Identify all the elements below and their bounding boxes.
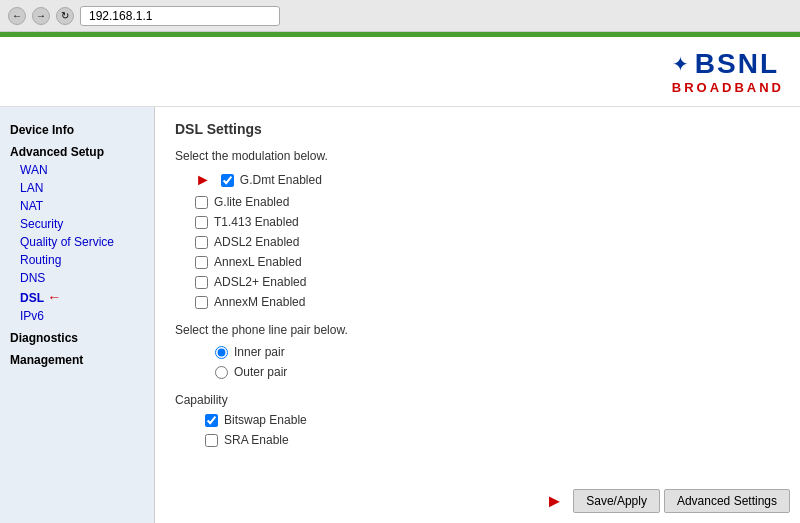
sra-label: SRA Enable (224, 433, 289, 447)
capability-section: Capability Bitswap Enable SRA Enable (175, 393, 780, 447)
annexl-checkbox[interactable] (195, 256, 208, 269)
adsl2plus-label: ADSL2+ Enabled (214, 275, 306, 289)
save-arrow-icon: ► (545, 491, 563, 512)
page-title: DSL Settings (175, 121, 780, 137)
bitswap-checkbox[interactable] (205, 414, 218, 427)
adsl2plus-checkbox[interactable] (195, 276, 208, 289)
sidebar-item-lan[interactable]: LAN (0, 179, 154, 197)
outer-pair-radio[interactable] (215, 366, 228, 379)
broadband-text: BROADBAND (672, 80, 784, 95)
bsnl-icon: ✦ (672, 52, 689, 76)
annexm-checkbox[interactable] (195, 296, 208, 309)
sidebar-item-ipv6[interactable]: IPv6 (0, 307, 154, 325)
bsnl-logo: ✦ BSNL BROADBAND (672, 48, 784, 95)
header: ✦ BSNL BROADBAND (0, 37, 800, 107)
dsl-arrow-icon: ← (47, 289, 61, 305)
forward-button[interactable]: → (32, 7, 50, 25)
annexm-label: AnnexM Enabled (214, 295, 305, 309)
sidebar-item-nat[interactable]: NAT (0, 197, 154, 215)
checkbox-row-glite: G.lite Enabled (175, 195, 780, 209)
glite-label: G.lite Enabled (214, 195, 289, 209)
adsl2-label: ADSL2 Enabled (214, 235, 299, 249)
phone-line-label: Select the phone line pair below. (175, 323, 780, 337)
sidebar-item-diagnostics[interactable]: Diagnostics (0, 329, 154, 347)
inner-pair-radio[interactable] (215, 346, 228, 359)
checkbox-row-annexm: AnnexM Enabled (175, 295, 780, 309)
bsnl-brand-text: BSNL (695, 48, 779, 80)
checkbox-row-gdmt: ► G.Dmt Enabled (175, 171, 780, 189)
content-area: DSL Settings Select the modulation below… (155, 107, 800, 523)
advanced-settings-button[interactable]: Advanced Settings (664, 489, 790, 513)
sidebar-item-device-info[interactable]: Device Info (0, 121, 154, 139)
checkbox-row-t1413: T1.413 Enabled (175, 215, 780, 229)
sidebar-item-dns[interactable]: DNS (0, 269, 154, 287)
checkbox-row-adsl2plus: ADSL2+ Enabled (175, 275, 780, 289)
checkbox-row-adsl2: ADSL2 Enabled (175, 235, 780, 249)
sidebar-item-routing[interactable]: Routing (0, 251, 154, 269)
browser-bar: ← → ↻ 192.168.1.1 (0, 0, 800, 32)
radio-row-outer: Outer pair (175, 365, 780, 379)
t1413-label: T1.413 Enabled (214, 215, 299, 229)
glite-checkbox[interactable] (195, 196, 208, 209)
main-layout: Device Info Advanced Setup WAN LAN NAT S… (0, 107, 800, 523)
t1413-checkbox[interactable] (195, 216, 208, 229)
sidebar-item-security[interactable]: Security (0, 215, 154, 233)
bitswap-label: Bitswap Enable (224, 413, 307, 427)
gdmt-label: G.Dmt Enabled (240, 173, 322, 187)
capability-label: Capability (175, 393, 780, 407)
address-bar[interactable]: 192.168.1.1 (80, 6, 280, 26)
sra-checkbox[interactable] (205, 434, 218, 447)
sidebar-item-qos[interactable]: Quality of Service (0, 233, 154, 251)
adsl2-checkbox[interactable] (195, 236, 208, 249)
sidebar: Device Info Advanced Setup WAN LAN NAT S… (0, 107, 155, 523)
outer-pair-label: Outer pair (234, 365, 287, 379)
capability-row-sra: SRA Enable (175, 433, 780, 447)
annexl-label: AnnexL Enabled (214, 255, 302, 269)
sidebar-item-wan[interactable]: WAN (0, 161, 154, 179)
sidebar-item-management[interactable]: Management (0, 351, 154, 369)
sidebar-item-dsl[interactable]: DSL ← (0, 287, 154, 307)
refresh-button[interactable]: ↻ (56, 7, 74, 25)
bottom-button-bar: ► Save/Apply Advanced Settings (545, 489, 790, 513)
phone-line-section: Select the phone line pair below. Inner … (175, 323, 780, 379)
back-button[interactable]: ← (8, 7, 26, 25)
save-apply-button[interactable]: Save/Apply (573, 489, 660, 513)
sidebar-item-advanced-setup[interactable]: Advanced Setup (0, 143, 154, 161)
radio-row-inner: Inner pair (175, 345, 780, 359)
gdmt-checkbox[interactable] (221, 174, 234, 187)
modulation-label: Select the modulation below. (175, 149, 780, 163)
capability-row-bitswap: Bitswap Enable (175, 413, 780, 427)
gdmt-arrow-icon: ► (195, 171, 211, 189)
inner-pair-label: Inner pair (234, 345, 285, 359)
checkbox-row-annexl: AnnexL Enabled (175, 255, 780, 269)
